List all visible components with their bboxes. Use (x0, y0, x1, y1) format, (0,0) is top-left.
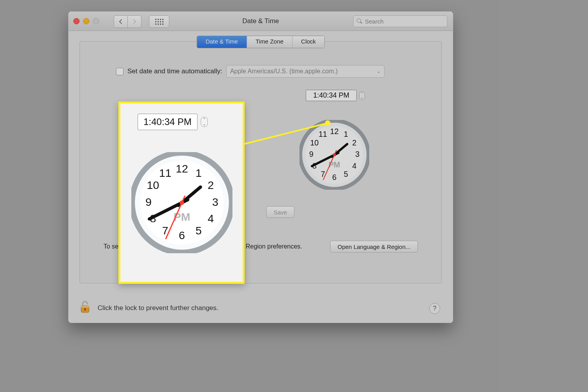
time-field-zoom[interactable]: 1:40:34 PM (138, 114, 198, 130)
auto-datetime-row: Set date and time automatically: Apple A… (116, 65, 385, 78)
time-field-row-zoom: 1:40:34 PM ⌃ ⌄ (138, 114, 208, 130)
svg-text:12: 12 (176, 162, 188, 175)
search-icon (357, 18, 362, 24)
tab-segmented-control: Date & Time Time Zone Clock (196, 36, 325, 48)
lock-row: Click the lock to prevent further change… (80, 300, 442, 316)
svg-text:1: 1 (196, 167, 202, 179)
analog-clock[interactable]: 121234567891011PM (299, 120, 369, 190)
lock-icon[interactable] (80, 300, 91, 316)
time-server-select[interactable]: Apple Americas/U.S. (time.apple.com.) ⌄ (226, 65, 385, 78)
svg-text:2: 2 (352, 138, 356, 147)
tab-date-and-time[interactable]: Date & Time (197, 36, 247, 48)
svg-point-18 (333, 153, 336, 156)
svg-text:12: 12 (330, 127, 339, 136)
search-field[interactable]: Search (353, 15, 447, 27)
svg-text:9: 9 (309, 150, 314, 158)
svg-text:1: 1 (344, 130, 348, 138)
callout-leader-dot (325, 120, 330, 126)
analog-clock-zoom[interactable]: 121234567891011PM (131, 152, 232, 253)
format-hint-right: Region preferences. (246, 243, 302, 250)
stepper-up-icon: ⌃ (201, 117, 207, 122)
auto-datetime-checkbox[interactable] (116, 68, 123, 75)
titlebar: Date & Time Search (69, 12, 453, 31)
time-server-value: Apple Americas/U.S. (time.apple.com.) (230, 68, 338, 75)
svg-text:10: 10 (310, 138, 319, 147)
lock-text: Click the lock to prevent further change… (98, 304, 218, 312)
svg-text:6: 6 (332, 173, 337, 181)
format-hint-left: To set (103, 243, 120, 250)
svg-text:2: 2 (208, 179, 214, 191)
zoom-callout: 1:40:34 PM ⌃ ⌄ 121234567891011PM (118, 102, 245, 284)
svg-rect-22 (85, 309, 85, 311)
stepper-down-icon: ⌄ (359, 96, 365, 100)
tab-clock[interactable]: Clock (292, 36, 325, 48)
tab-time-zone[interactable]: Time Zone (247, 36, 292, 48)
svg-text:9: 9 (145, 196, 152, 208)
svg-text:5: 5 (344, 170, 348, 178)
save-button[interactable]: Save (266, 206, 294, 218)
svg-text:10: 10 (147, 179, 159, 191)
svg-point-41 (180, 200, 184, 205)
open-language-region-button[interactable]: Open Language & Region... (330, 241, 418, 252)
time-field-row: 1:40:34 PM ⌃ ⌄ (306, 90, 365, 101)
svg-text:3: 3 (212, 196, 218, 208)
svg-text:6: 6 (179, 229, 185, 241)
svg-text:4: 4 (352, 162, 356, 170)
time-field[interactable]: 1:40:34 PM (306, 90, 357, 101)
svg-text:11: 11 (319, 130, 327, 138)
time-stepper[interactable]: ⌃ ⌄ (359, 91, 365, 100)
svg-text:3: 3 (355, 150, 359, 158)
svg-text:4: 4 (208, 212, 214, 225)
chevron-down-icon: ⌄ (377, 69, 381, 74)
stepper-down-icon: ⌄ (201, 122, 207, 127)
svg-text:11: 11 (159, 167, 172, 179)
auto-datetime-label: Set date and time automatically: (127, 67, 222, 75)
stepper-up-icon: ⌃ (359, 92, 365, 96)
search-placeholder: Search (365, 18, 384, 25)
svg-text:5: 5 (196, 224, 202, 237)
help-button[interactable]: ? (429, 303, 440, 314)
svg-rect-20 (81, 306, 89, 308)
time-stepper-zoom[interactable]: ⌃ ⌄ (201, 117, 208, 127)
